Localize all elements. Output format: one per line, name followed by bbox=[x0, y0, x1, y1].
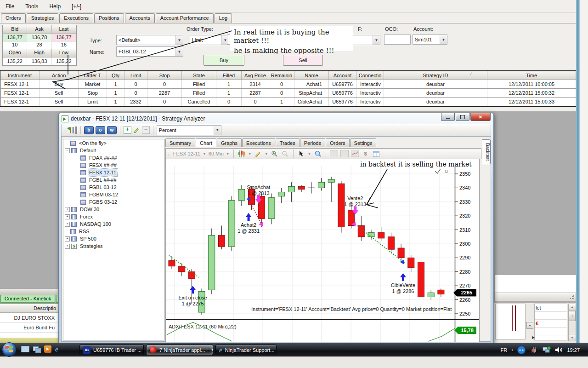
order-type-select[interactable]: Limit▼ bbox=[190, 35, 229, 45]
top-tab-executions[interactable]: Executions bbox=[59, 13, 93, 23]
chevron-down-icon[interactable]: ▼ bbox=[373, 35, 380, 45]
resize-grip-icon[interactable] bbox=[570, 295, 574, 299]
orders-table-row[interactable]: FESX 12-1SellStop102287Filled122870StopA… bbox=[0, 89, 576, 98]
scrollbar-thumb[interactable]: ≡ bbox=[569, 311, 576, 321]
tree-item-fgbm-03-12[interactable]: FGBM 03-12 bbox=[63, 191, 164, 198]
analyzer-tab-settings[interactable]: Settings bbox=[350, 138, 377, 147]
tree-item-on-the-fly[interactable]: <On the fly> bbox=[63, 139, 164, 147]
chevron-down-icon[interactable]: ▼ bbox=[175, 47, 183, 56]
power-plug-icon[interactable] bbox=[530, 346, 538, 354]
backtest-side-tab[interactable]: Backtest bbox=[482, 139, 491, 164]
ask-header[interactable]: Ask bbox=[27, 25, 51, 34]
remove-icon[interactable]: − bbox=[142, 126, 150, 134]
chevron-down-icon[interactable]: ▼ bbox=[526, 322, 533, 329]
analyzer-tab-summary[interactable]: Summary bbox=[165, 138, 195, 147]
tree-item-fgbl-03-12[interactable]: FGBL 03-12 bbox=[63, 184, 164, 191]
top-tab-positions[interactable]: Positions bbox=[94, 13, 124, 23]
close-button[interactable]: ✕ bbox=[470, 113, 491, 121]
col-header-qty[interactable]: Qty bbox=[107, 71, 124, 80]
tree-item-sp-500[interactable]: +SP 500 bbox=[63, 235, 164, 242]
menu-tools[interactable]: Tools bbox=[25, 3, 38, 10]
last-header[interactable]: Last bbox=[52, 25, 76, 34]
analyzer-tab-periods[interactable]: Periods bbox=[300, 138, 325, 147]
chevron-down-icon[interactable]: ▼ bbox=[440, 35, 447, 44]
start-button[interactable] bbox=[2, 342, 17, 357]
ninjatrader-tray-icon[interactable] bbox=[517, 345, 526, 355]
menu-[interactable]: [+/-] bbox=[72, 3, 81, 10]
chevron-down-icon[interactable]: ▼ bbox=[248, 152, 252, 156]
tree-item-fesx-12-11[interactable]: FESX 12-11 bbox=[63, 169, 164, 176]
tree-item-fdax[interactable]: FDAX ##-## bbox=[63, 154, 164, 161]
chart-type-icon[interactable] bbox=[340, 150, 349, 157]
tree-item-nasdaq-100[interactable]: +NASDAQ 100 bbox=[63, 220, 164, 228]
taskbar-button-7-ninjatrader-appl[interactable]: 7 NinjaTrader appl...▼ bbox=[146, 345, 213, 355]
scroll-up-icon[interactable]: ▲ bbox=[569, 304, 576, 311]
zoom-out-icon[interactable] bbox=[281, 150, 289, 158]
scrollbar[interactable]: ▲ ≡ ▼ bbox=[568, 304, 576, 341]
col-header-connectio[interactable]: Connectio bbox=[356, 71, 384, 80]
account-select[interactable]: Sim101▼ bbox=[413, 34, 447, 45]
chart-interval-label[interactable]: 60 Min bbox=[209, 151, 224, 156]
col-header-instrument[interactable]: Instrument bbox=[0, 71, 40, 80]
tree-expander-icon[interactable]: + bbox=[65, 207, 70, 212]
analyzer-tab-orders[interactable]: Orders bbox=[326, 138, 350, 147]
open-icon[interactable] bbox=[70, 127, 71, 133]
market-analyzer-row[interactable]: DJ EURO STOXX bbox=[0, 313, 58, 323]
analyzer-tab-trades[interactable]: Trades bbox=[276, 138, 300, 147]
col-header-name[interactable]: Name bbox=[294, 71, 329, 80]
sell-button[interactable]: Sell bbox=[283, 55, 323, 66]
col-header-limit[interactable]: Limit bbox=[124, 71, 147, 80]
play-icon[interactable]: ▶ bbox=[532, 335, 535, 339]
bid-header[interactable]: Bid bbox=[3, 25, 27, 34]
tree-item-strategies[interactable]: +$Strategies bbox=[63, 242, 164, 250]
data-grid-icon[interactable] bbox=[372, 150, 380, 158]
tree-item-dow-30[interactable]: +DOW 30 bbox=[63, 206, 164, 213]
chevron-down-icon[interactable]: ▼ bbox=[214, 126, 221, 135]
language-indicator[interactable]: FR bbox=[500, 347, 507, 353]
taskbar-button-u659776-ib-trader[interactable]: IBU659776 IB Trader ... bbox=[79, 345, 144, 355]
menu-help[interactable]: Help bbox=[49, 3, 61, 10]
display-preset-select[interactable]: Percent▼ bbox=[157, 125, 221, 135]
analyzer-tab-graphs[interactable]: Graphs bbox=[217, 138, 242, 147]
col-header-state[interactable]: State bbox=[182, 71, 216, 80]
add-icon[interactable]: + bbox=[124, 126, 131, 134]
tree-expander-icon[interactable]: + bbox=[65, 244, 70, 249]
orders-table-row[interactable]: FESX 12-1SellLimit123320Cancelled001Cibl… bbox=[0, 98, 576, 107]
col-header-action[interactable]: Action bbox=[40, 71, 79, 80]
chevron-down-icon[interactable]: ▼ bbox=[175, 35, 183, 45]
clock[interactable]: 19:27 bbox=[567, 347, 580, 353]
top-tab-log[interactable]: Log bbox=[215, 13, 232, 23]
tree-expander-icon[interactable]: + bbox=[65, 236, 70, 242]
tree-item-fesx[interactable]: FESX ##-## bbox=[63, 161, 164, 169]
bid-price[interactable]: 136,77 bbox=[3, 34, 27, 41]
tree-item-fgbs-03-12[interactable]: FGBS 03-12 bbox=[63, 198, 164, 206]
tray-expand-icon[interactable]: ‹ bbox=[511, 347, 513, 352]
analyzer-tab-executions[interactable]: Executions bbox=[242, 138, 275, 147]
col-header-filled[interactable]: Filled bbox=[216, 71, 242, 80]
col-header-stop[interactable]: Stop bbox=[147, 71, 182, 80]
col-header-order-t[interactable]: Order T bbox=[79, 71, 107, 80]
tree-expander-icon[interactable]: + bbox=[65, 222, 70, 227]
top-tab-orders[interactable]: Orders bbox=[1, 13, 26, 23]
top-tab-accounts[interactable]: Accounts bbox=[125, 13, 155, 23]
chevron-down-icon[interactable]: ▼ bbox=[308, 152, 311, 156]
chevron-down-icon[interactable]: ▼ bbox=[226, 152, 230, 156]
chevron-down-icon[interactable]: ▼ bbox=[265, 152, 268, 156]
maximize-button[interactable] bbox=[456, 113, 469, 121]
display-icon[interactable] bbox=[75, 127, 77, 133]
backtest-button[interactable]: b bbox=[84, 126, 94, 134]
tree-item-fgbl[interactable]: FGBL ##-## bbox=[63, 176, 164, 184]
orders-table-row[interactable]: FESX 12-1BuyMarket100Filled123140Achat1U… bbox=[0, 80, 576, 89]
chevron-down-icon[interactable]: ▼ bbox=[203, 152, 206, 156]
top-tab-strategies[interactable]: Strategies bbox=[27, 13, 59, 23]
account-money-icon[interactable]: $ bbox=[362, 150, 370, 158]
window-titlebar[interactable]: deuxbar - FESX 12-11 [12/12/2011] - Stra… bbox=[62, 115, 205, 123]
col-header-account[interactable]: Account bbox=[329, 71, 356, 80]
zoom-in-icon[interactable] bbox=[271, 150, 279, 158]
tree-item-rss[interactable]: RSS bbox=[63, 228, 164, 235]
ask-price[interactable]: 136,78 bbox=[27, 34, 51, 41]
edit-pencil-icon[interactable] bbox=[133, 126, 140, 134]
oco-field[interactable] bbox=[384, 34, 411, 45]
media-player-icon[interactable]: ▶ bbox=[44, 345, 51, 353]
col-header-time[interactable]: Time bbox=[487, 71, 576, 80]
